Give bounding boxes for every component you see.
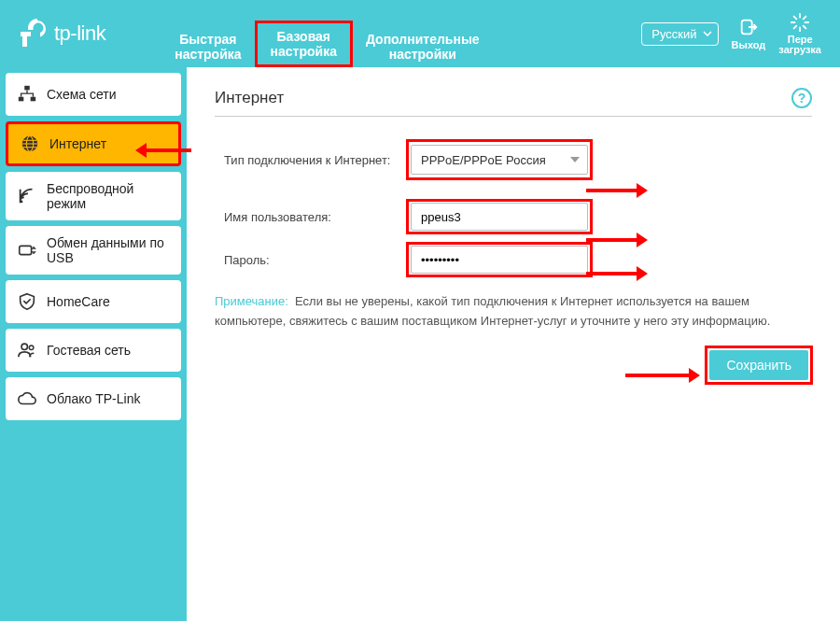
sidebar-item-label: Облако TP-Link [47,391,140,406]
sidebar: Схема сети Интернет Беспроводной режим О… [0,67,187,621]
tab-label: Базовая [276,29,330,44]
sidebar-item-usb[interactable]: Обмен данными по USB [6,226,181,275]
save-button[interactable]: Сохранить [709,350,808,380]
header-right: Русский Выход П [641,12,821,55]
sidebar-item-wireless[interactable]: Беспроводной режим [6,172,181,220]
svg-line-5 [794,17,797,20]
sidebar-item-label: Беспроводной режим [47,181,170,211]
tab-quick-setup[interactable]: Быстрая настройка [161,26,254,67]
sidebar-item-guest[interactable]: Гостевая сеть [6,329,181,372]
main-panel: Интернет ? Тип подключения к Интернет: P… [187,67,840,621]
connection-type-label: Тип подключения к Интернет: [224,153,411,167]
sidebar-item-label: Обмен данными по USB [47,235,170,265]
connection-type-value: PPPoE/PPPoE Россия [421,153,546,167]
globe-icon [20,134,40,154]
svg-line-6 [804,26,806,29]
connection-type-select[interactable]: PPPoE/PPPoE Россия [411,145,588,175]
tab-label: Быстрая [179,32,236,47]
svg-rect-10 [19,97,24,102]
svg-rect-18 [20,246,32,254]
tab-basic-setup[interactable]: Базовая настройка [255,21,353,67]
sidebar-item-network-map[interactable]: Схема сети [6,73,181,116]
reload-icon [790,12,810,33]
tab-label: настройки [389,47,456,62]
tab-advanced-setup[interactable]: Дополнительные настройки [353,26,493,67]
app-root: tp-link Быстрая настройка Базовая настро… [0,0,840,621]
tab-label: настройка [271,44,337,59]
sidebar-item-label: HomeCare [47,294,110,309]
note-body: Если вы не уверены, какой тип подключени… [215,294,770,328]
save-row: Сохранить [215,350,812,380]
logout-icon [738,17,759,37]
logout-button[interactable]: Выход [732,17,766,50]
reload-button[interactable]: Пере загрузка [778,12,821,55]
sidebar-item-label: Схема сети [47,87,117,102]
svg-line-8 [804,17,806,20]
brand-text: tp-link [54,21,105,46]
svg-rect-9 [24,86,30,91]
row-username: Имя пользователя: [224,203,812,231]
logout-label: Выход [732,39,766,50]
svg-point-19 [21,344,27,349]
tp-link-icon [19,19,49,49]
note-text: Примечание: Если вы не уверены, какой ти… [215,292,784,332]
svg-point-20 [29,346,34,350]
username-input[interactable] [411,203,588,231]
header: tp-link Быстрая настройка Базовая настро… [0,0,840,67]
page-title-row: Интернет ? [215,88,812,117]
username-label: Имя пользователя: [224,210,411,224]
sidebar-item-label: Гостевая сеть [47,343,131,358]
sidebar-item-label: Интернет [49,136,106,151]
password-input[interactable] [411,246,588,274]
shield-icon [17,291,37,312]
internet-form: Тип подключения к Интернет: PPPoE/PPPoE … [224,145,812,274]
page-title: Интернет [215,89,284,107]
network-map-icon [17,84,37,105]
usb-share-icon [17,240,37,261]
cloud-icon [17,388,37,409]
password-label: Пароль: [224,253,411,267]
svg-point-17 [21,201,23,204]
wifi-icon [17,186,37,206]
svg-rect-11 [31,97,35,102]
brand-logo: tp-link [0,19,124,49]
note-label: Примечание: [215,294,288,308]
language-value: Русский [651,27,696,41]
sidebar-item-homecare[interactable]: HomeCare [6,280,181,323]
chevron-down-icon [703,31,712,36]
help-button[interactable]: ? [791,88,812,108]
row-password: Пароль: [224,246,812,274]
row-connection-type: Тип подключения к Интернет: PPPoE/PPPoE … [224,145,812,175]
sidebar-item-internet[interactable]: Интернет [6,121,181,166]
top-tabs: Быстрая настройка Базовая настройка Допо… [161,0,492,67]
svg-line-7 [794,26,797,29]
language-select[interactable]: Русский [641,22,718,46]
body: Схема сети Интернет Беспроводной режим О… [0,67,840,621]
guest-icon [17,340,37,360]
sidebar-item-cloud[interactable]: Облако TP-Link [6,377,181,420]
tab-label: Дополнительные [366,32,480,47]
reload-label: Пере загрузка [778,35,821,55]
tab-label: настройка [175,47,241,62]
chevron-down-icon [570,157,580,162]
